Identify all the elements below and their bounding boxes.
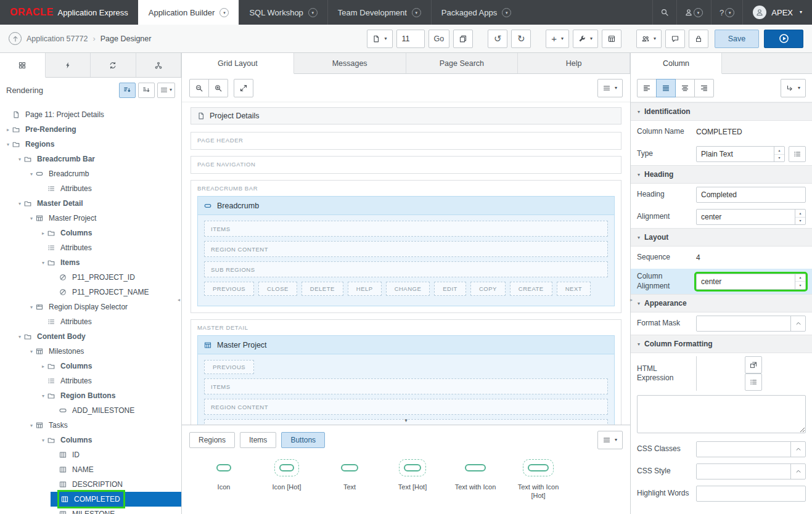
tree-node-tasks[interactable]: ▾Tasks — [0, 418, 181, 433]
tab-column[interactable]: Column — [631, 53, 722, 74]
tree-node-columns[interactable]: ▸Columns — [0, 226, 181, 240]
tree-node-items[interactable]: ▾Items — [0, 255, 181, 270]
tree-node-p11-project-id[interactable]: P11_PROJECT_ID — [0, 270, 181, 285]
gallery-item-icon-hot[interactable]: Icon [Hot] — [260, 459, 314, 500]
combo-input-css-style[interactable] — [697, 464, 790, 479]
tree-node-pre-rendering[interactable]: ▸Pre-Rendering — [0, 122, 181, 137]
button-slot-change[interactable]: CHANGE — [386, 282, 430, 296]
property-group-identification[interactable]: ▾Identification — [631, 102, 812, 121]
gallery-tab-regions[interactable]: Regions — [189, 432, 235, 448]
spin-down-icon[interactable]: ▾ — [795, 218, 805, 225]
account-menu-button[interactable]: APEX ▾ — [742, 0, 812, 25]
administration-menu-button[interactable]: ▾ — [676, 0, 711, 25]
gallery-tab-items[interactable]: Items — [240, 432, 276, 448]
layout-slot-page-header[interactable]: PAGE HEADER — [191, 132, 621, 150]
text-input-heading[interactable] — [696, 187, 806, 203]
tab-page-search[interactable]: Page Search — [406, 53, 519, 73]
tree-node-breadcrumb[interactable]: ▾Breadcrumb — [0, 166, 181, 181]
tab-messages[interactable]: Messages — [294, 53, 406, 73]
page-search-button[interactable] — [453, 30, 473, 48]
tree-node-milestone[interactable]: MILESTONE — [0, 507, 181, 514]
lock-button[interactable] — [689, 30, 708, 48]
gallery-menu-button[interactable]: ▾ — [597, 431, 623, 449]
tree-node-id[interactable]: ID — [0, 447, 181, 462]
button-slot-next[interactable]: NEXT — [557, 282, 591, 296]
region-slot-previous[interactable]: PREVIOUS — [204, 360, 254, 374]
button-slot-copy[interactable]: COPY — [470, 282, 506, 296]
run-page-button[interactable] — [764, 30, 803, 48]
combo-input-format-mask[interactable] — [697, 316, 790, 331]
header-tab-team-development[interactable]: Team Development▾ — [327, 0, 431, 25]
create-menu-button[interactable]: +▾ — [546, 30, 569, 48]
search-button[interactable] — [652, 0, 676, 25]
tree-node-attributes[interactable]: Attributes — [0, 240, 181, 255]
spin-up-icon[interactable]: ▴ — [795, 210, 805, 218]
select-type[interactable]: Plain Text▴▾ — [696, 146, 785, 162]
combo-input-css-classes[interactable] — [697, 442, 790, 457]
html-expression-input[interactable] — [637, 395, 806, 433]
tree-node-description[interactable]: DESCRIPTION — [0, 477, 181, 492]
spinner-buttons[interactable]: ▴▾ — [795, 210, 805, 224]
spinner-buttons[interactable]: ▴▾ — [795, 274, 805, 289]
comments-button[interactable] — [665, 30, 685, 48]
tree-node-attributes[interactable]: Attributes — [0, 314, 181, 329]
show-common-button[interactable] — [637, 79, 657, 97]
tree-node-columns[interactable]: ▸Columns — [0, 359, 181, 373]
tree-node-attributes[interactable]: Attributes — [0, 181, 181, 196]
tree-node-region-display-selector[interactable]: ▾Region Display Selector — [0, 300, 181, 314]
tree-toggle-icon[interactable]: ▾ — [39, 393, 47, 399]
button-slot-edit[interactable]: EDIT — [434, 282, 466, 296]
layout-menu-button[interactable]: ▾ — [597, 79, 623, 97]
region-slot-items[interactable]: ITEMS — [204, 378, 608, 394]
expand-popup-button[interactable] — [790, 442, 805, 457]
tab-processing[interactable] — [91, 53, 136, 77]
gallery-item-text-with-icon[interactable]: Text with Icon — [448, 459, 502, 500]
button-slot-close[interactable]: CLOSE — [258, 282, 297, 296]
left-splitter-handle[interactable]: ◂ — [178, 297, 180, 303]
page-selector-button[interactable]: ▾ — [367, 30, 392, 48]
expand-all-button[interactable] — [694, 79, 714, 97]
tree-toggle-icon[interactable]: ▾ — [39, 438, 47, 443]
gallery-item-text-hot[interactable]: Text [Hot] — [385, 459, 440, 500]
tree-toggle-icon[interactable]: ▸ — [4, 127, 12, 133]
button-slot-create[interactable]: CREATE — [510, 282, 552, 296]
region-header[interactable]: Master Project — [198, 336, 614, 354]
tree-toggle-icon[interactable]: ▾ — [15, 201, 24, 206]
gallery-item-icon[interactable]: Icon — [197, 459, 251, 500]
tree-toggle-icon[interactable]: ▾ — [27, 304, 36, 310]
text-input-highlight-words[interactable] — [696, 486, 806, 502]
breadcrumb-application[interactable]: Application 57772 — [27, 35, 88, 43]
tree-toggle-icon[interactable]: ▸ — [39, 230, 47, 236]
tree-node-master-detail[interactable]: ▾Master Detail — [0, 196, 181, 211]
layout-slot-page-navigation[interactable]: PAGE NAVIGATION — [191, 156, 621, 174]
show-all-button[interactable] — [656, 79, 676, 97]
spin-up-icon[interactable]: ▴ — [795, 274, 805, 282]
tree-toggle-icon[interactable]: ▾ — [39, 260, 47, 266]
spinner-buttons[interactable]: ▴▾ — [774, 147, 784, 161]
tree-toggle-icon[interactable]: ▾ — [27, 216, 36, 221]
select-alignment[interactable]: center▴▾ — [696, 209, 806, 225]
property-group-appearance[interactable]: ▾Appearance — [631, 294, 812, 312]
property-group-layout[interactable]: ▾Layout — [631, 228, 812, 247]
tree-node-regions[interactable]: ▾Regions — [0, 137, 181, 152]
tree-toggle-icon[interactable]: ▾ — [27, 349, 36, 354]
spin-up-icon[interactable]: ▴ — [774, 147, 784, 155]
spin-down-icon[interactable]: ▾ — [795, 282, 805, 289]
help-menu-button[interactable]: ? ▾ — [711, 0, 742, 25]
tree-node-add-milestone[interactable]: ADD_MILESTONE — [0, 403, 181, 418]
zoom-out-button[interactable] — [189, 79, 209, 97]
tab-dynamic-actions[interactable] — [46, 53, 91, 77]
tree-node-attributes[interactable]: Attributes — [0, 373, 181, 388]
page-number-input[interactable] — [396, 30, 425, 48]
collapse-all-button[interactable] — [675, 79, 695, 97]
tree-toggle-icon[interactable]: ▾ — [4, 142, 12, 147]
tab-help[interactable]: Help — [518, 53, 630, 73]
expand-popup-button[interactable] — [790, 464, 805, 479]
quick-pick-button[interactable] — [745, 373, 762, 391]
team-development-menu-button[interactable]: ▾ — [636, 30, 662, 48]
save-button[interactable]: Save — [715, 30, 759, 48]
go-to-group-button[interactable]: ▾ — [781, 79, 806, 97]
tree-node-completed[interactable]: COMPLETED — [51, 492, 181, 507]
app-home-button[interactable] — [9, 32, 22, 45]
button-slot-help[interactable]: HELP — [348, 282, 382, 296]
